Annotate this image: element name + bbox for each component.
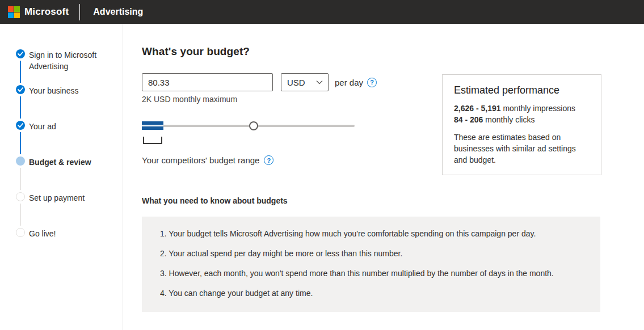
step-label: Set up payment bbox=[29, 192, 85, 204]
check-icon bbox=[18, 123, 23, 128]
competitor-range-help-icon[interactable]: ? bbox=[264, 155, 273, 165]
competitor-range-bracket bbox=[143, 137, 162, 144]
impressions-range: 2,626 - 5,191 bbox=[454, 104, 501, 113]
product-name: Advertising bbox=[93, 7, 143, 17]
budget-info-item: You can change your budget at any time. bbox=[160, 287, 589, 299]
top-app-bar: Microsoft Advertising bbox=[0, 0, 644, 24]
step-connector bbox=[20, 168, 21, 190]
step-upcoming-icon bbox=[16, 192, 25, 201]
step-done-icon bbox=[16, 85, 25, 94]
estimated-performance-card: Estimated performance 2,626 - 5,191 mont… bbox=[442, 74, 601, 175]
step-label: Your ad bbox=[29, 121, 56, 132]
impressions-label: monthly impressions bbox=[501, 104, 576, 113]
budget-step-content: What's your budget? USD per day ? 2K USD… bbox=[123, 24, 644, 330]
impressions-stat: 2,626 - 5,191 monthly impressions bbox=[454, 103, 590, 114]
logo-square-green bbox=[14, 6, 20, 12]
estimated-performance-title: Estimated performance bbox=[454, 84, 590, 96]
step-label: Sign in to Microsoft Advertising bbox=[29, 49, 108, 72]
budget-slider-track[interactable] bbox=[142, 125, 355, 127]
currency-dropdown[interactable]: USD bbox=[281, 73, 329, 91]
estimates-disclaimer: These are estimates based on businesses … bbox=[454, 132, 587, 166]
budget-slider bbox=[142, 121, 355, 149]
logo-square-yellow bbox=[14, 12, 20, 18]
step-label: Budget & review bbox=[29, 156, 91, 168]
budget-info-item: Your budget tells Microsoft Advertising … bbox=[160, 228, 589, 239]
currency-dropdown-value: USD bbox=[287, 78, 305, 87]
competitor-budget-range-marker bbox=[142, 121, 163, 130]
budget-amount-input[interactable] bbox=[142, 73, 273, 91]
per-day-label-group: per day ? bbox=[335, 78, 377, 87]
budget-info-item: However, each month, you won't spend mor… bbox=[160, 268, 589, 279]
logo-square-red bbox=[8, 6, 14, 12]
clicks-label: monthly clicks bbox=[483, 115, 534, 124]
competitor-range-label: Your competitors' budget range bbox=[142, 155, 259, 165]
step-connector bbox=[20, 204, 21, 226]
sidebar-step-go-live[interactable]: Go live! bbox=[8, 228, 117, 264]
step-connector bbox=[20, 61, 21, 83]
budget-info-item: Your actual spend per day might be more … bbox=[160, 248, 589, 259]
chevron-down-icon bbox=[316, 80, 323, 84]
budget-slider-thumb[interactable] bbox=[249, 121, 258, 130]
sidebar-step-your-ad[interactable]: Your ad bbox=[8, 121, 117, 156]
page-title: What's your budget? bbox=[142, 45, 644, 58]
step-label: Go live! bbox=[29, 228, 56, 239]
brand-name[interactable]: Microsoft bbox=[24, 6, 69, 18]
step-connector bbox=[20, 96, 21, 119]
sidebar-step-sign-in[interactable]: Sign in to Microsoft Advertising bbox=[8, 49, 117, 85]
logo-square-blue bbox=[8, 12, 14, 18]
step-upcoming-icon bbox=[16, 228, 25, 237]
clicks-range: 84 - 206 bbox=[454, 115, 483, 124]
setup-steps-sidebar: Sign in to Microsoft Advertising Your bu… bbox=[0, 24, 123, 330]
budget-info-list: Your budget tells Microsoft Advertising … bbox=[153, 228, 589, 299]
step-current-icon bbox=[16, 156, 25, 166]
step-done-icon bbox=[16, 49, 25, 58]
budget-info-box: Your budget tells Microsoft Advertising … bbox=[142, 217, 600, 312]
sidebar-step-your-business[interactable]: Your business bbox=[8, 85, 117, 121]
header-divider bbox=[79, 4, 80, 20]
check-icon bbox=[18, 52, 23, 56]
step-done-icon bbox=[16, 121, 25, 130]
microsoft-logo-icon bbox=[8, 6, 20, 18]
clicks-stat: 84 - 206 monthly clicks bbox=[454, 114, 590, 125]
check-icon bbox=[18, 87, 23, 92]
sidebar-step-set-up-payment[interactable]: Set up payment bbox=[8, 192, 117, 228]
step-label: Your business bbox=[29, 85, 78, 96]
budget-info-heading: What you need to know about budgets bbox=[142, 196, 644, 205]
step-connector bbox=[20, 132, 21, 154]
per-day-help-icon[interactable]: ? bbox=[367, 78, 377, 87]
per-day-label: per day bbox=[335, 78, 363, 87]
sidebar-step-budget-review[interactable]: Budget & review bbox=[8, 156, 117, 192]
